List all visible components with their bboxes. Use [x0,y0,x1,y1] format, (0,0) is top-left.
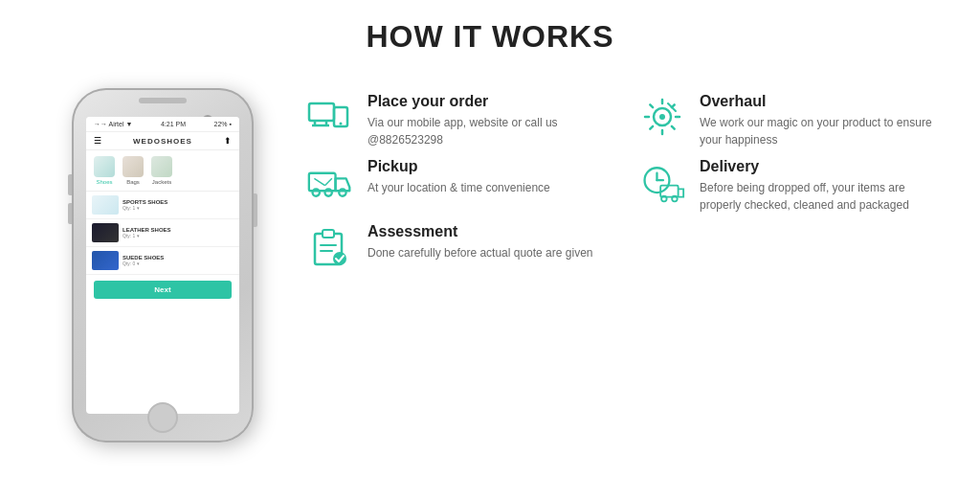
phone-mockup: →→ Airtel ▼ 4:21 PM 22% ▪ ☰ WEDOSHOES ⬆ [38,83,287,447]
product-leather-qty: Qty: 1 ▾ [122,233,234,238]
svg-point-7 [659,114,665,120]
product-sports-img [92,195,119,215]
next-button[interactable]: Next [94,281,232,299]
cat-shoes[interactable]: Shoes [94,156,115,185]
pickup-text: Pickup At your location & time convenien… [368,158,610,196]
place-order-title: Place your order [368,93,610,110]
overhaul-desc: We work our magic on your product to ens… [700,114,942,148]
page-wrapper: HOW IT WORKS →→ Airtel ▼ 4:21 PM 22% ▪ [0,0,980,499]
side-btn-volume-down [68,203,72,224]
app-title: WEDOSHOES [133,137,192,146]
overhaul-icon [638,93,686,141]
cat-jackets-icon [151,156,172,177]
svg-point-19 [324,189,331,195]
svg-line-21 [314,178,324,185]
delivery-icon [638,158,686,206]
assessment-icon [306,223,354,271]
side-btn-volume-up [68,174,72,195]
product-sports-qty: Qty: 1 ▾ [122,205,234,211]
svg-rect-30 [323,230,334,238]
svg-point-18 [313,189,320,195]
assessment-desc: Done carefully before actual quote are g… [368,244,610,261]
delivery-title: Delivery [700,158,942,175]
delivery-desc: Before being dropped off, your items are… [700,179,942,214]
category-list: Shoes Bags Jackets [86,150,239,192]
menu-icon[interactable]: ☰ [94,136,101,146]
product-leather[interactable]: LEATHER SHOES Qty: 1 ▾ [86,219,239,247]
place-order-desc: Via our mobile app, website or call us @… [368,114,610,148]
svg-line-14 [650,126,653,129]
overhaul-text: Overhaul We work our magic on your produ… [700,93,942,148]
svg-point-20 [339,189,345,195]
step-delivery: Delivery Before being dropped off, your … [638,158,942,214]
time: 4:21 PM [161,121,186,127]
product-suede-qty: Qty: 0 ▾ [122,261,234,266]
content-area: →→ Airtel ▼ 4:21 PM 22% ▪ ☰ WEDOSHOES ⬆ [38,83,942,447]
step-place-order: Place your order Via our mobile app, web… [306,93,610,148]
product-sports[interactable]: SPORTS SHOES Qty: 1 ▾ [86,192,239,219]
svg-rect-0 [309,103,334,121]
step-pickup: Pickup At your location & time convenien… [306,158,610,214]
phone-screen: →→ Airtel ▼ 4:21 PM 22% ▪ ☰ WEDOSHOES ⬆ [86,117,239,414]
pickup-title: Pickup [368,158,610,175]
svg-line-13 [672,126,675,129]
pickup-icon [306,158,354,206]
status-bar: →→ Airtel ▼ 4:21 PM 22% ▪ [86,117,239,132]
app-nav: ☰ WEDOSHOES ⬆ [86,132,239,150]
share-icon[interactable]: ⬆ [224,136,232,146]
product-leather-info: LEATHER SHOES Qty: 1 ▾ [122,227,234,238]
product-leather-img [92,223,119,242]
carrier: →→ Airtel ▼ [94,121,132,127]
overhaul-title: Overhaul [700,93,942,110]
delivery-text: Delivery Before being dropped off, your … [700,158,942,214]
cat-shoes-label: Shoes [96,179,112,185]
cat-bags-icon [122,156,144,177]
product-suede-info: SUEDE SHOES Qty: 0 ▾ [122,255,234,266]
cat-bags-label: Bags [126,179,140,185]
step-assessment: Assessment Done carefully before actual … [306,223,610,271]
svg-point-5 [340,123,343,125]
side-btn-power [254,193,257,227]
steps-grid: Place your order Via our mobile app, web… [306,83,942,271]
assessment-text: Assessment Done carefully before actual … [368,223,610,261]
cat-jackets-label: Jackets [152,179,171,185]
place-order-text: Place your order Via our mobile app, web… [368,93,610,148]
product-sports-info: SPORTS SHOES Qty: 1 ▾ [122,199,234,211]
assessment-title: Assessment [368,223,610,240]
svg-point-28 [672,196,678,202]
cat-bags[interactable]: Bags [122,156,144,185]
svg-line-12 [650,104,653,107]
battery: 22% ▪ [214,121,232,127]
page-title: HOW IT WORKS [366,19,613,55]
svg-rect-17 [309,173,336,191]
place-order-icon [306,93,354,141]
product-suede-img [92,251,119,270]
cat-jackets[interactable]: Jackets [151,156,172,185]
svg-line-22 [324,178,331,185]
product-suede[interactable]: SUEDE SHOES Qty: 0 ▾ [86,247,239,275]
svg-point-27 [661,196,667,202]
step-overhaul: Overhaul We work our magic on your produ… [638,93,942,148]
pickup-desc: At your location & time convenience [368,179,610,196]
phone-outer: →→ Airtel ▼ 4:21 PM 22% ▪ ☰ WEDOSHOES ⬆ [72,88,254,442]
cat-shoes-icon [94,156,115,177]
